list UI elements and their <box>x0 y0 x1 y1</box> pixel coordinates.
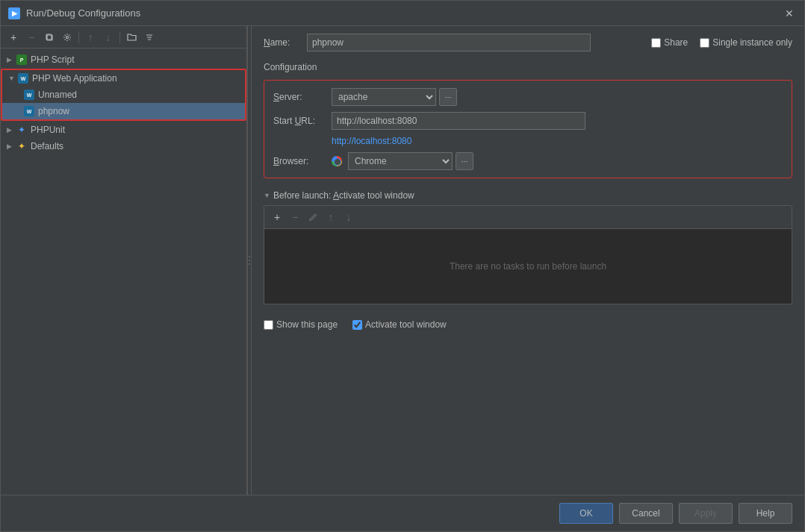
tree-label-defaults: Defaults <box>31 141 63 151</box>
bottom-checkboxes: Show this page Activate tool window <box>264 319 792 330</box>
activate-window-checkbox-label[interactable]: Activate tool window <box>352 319 447 330</box>
before-launch-area: + − ↑ ↓ There are no tasks to run before… <box>264 205 792 304</box>
close-button[interactable]: ✕ <box>782 7 797 20</box>
server-row: Server: apache ··· <box>273 88 783 106</box>
start-url-label: Start URL: <box>273 116 326 126</box>
server-label: Server: <box>273 92 326 102</box>
left-toolbar: + − ↑ ↓ <box>1 26 246 48</box>
add-config-button[interactable]: + <box>5 29 22 46</box>
show-page-checkbox[interactable] <box>264 320 273 330</box>
tree-label-phpnow: phpnow <box>38 106 69 116</box>
title-bar: ▶ Run/Debug Configurations ✕ <box>1 1 804 26</box>
tree-item-unnamed[interactable]: W Unnamed <box>2 87 245 103</box>
toolbar-separator-2 <box>119 31 120 43</box>
before-launch-empty-message: There are no tasks to run before launch <box>450 261 606 272</box>
ok-button[interactable]: OK <box>559 503 613 524</box>
phpunit-icon: ✦ <box>16 124 28 136</box>
tree-item-php-web-app[interactable]: ▼ W PHP Web Application <box>2 70 245 87</box>
before-launch-edit-button[interactable] <box>305 209 321 225</box>
before-launch-down-button[interactable]: ↓ <box>341 209 357 225</box>
defaults-icon: ✦ <box>16 140 28 152</box>
dialog-title: Run/Debug Configurations <box>26 7 140 19</box>
sort-button[interactable] <box>141 29 158 46</box>
config-tree: ▶ P PHP Script ▼ W PHP Web Application <box>1 48 246 495</box>
php-web-icon: W <box>17 72 29 84</box>
share-checkbox[interactable] <box>651 38 661 48</box>
start-url-row: Start URL: <box>273 112 783 130</box>
tree-label-php-script: PHP Script <box>31 54 74 65</box>
footer: OK Cancel Apply Help <box>1 495 804 531</box>
help-button[interactable]: Help <box>739 503 792 524</box>
browser-ellipsis-button[interactable]: ··· <box>456 152 473 170</box>
tree-arrow-php-script: ▶ <box>7 56 16 63</box>
tree-arrow-phpunit: ▶ <box>7 126 16 134</box>
before-launch-content: There are no tasks to run before launch <box>264 229 792 304</box>
name-row-container: Name: Share Single instance only <box>264 34 792 51</box>
tree-label-php-web: PHP Web Application <box>32 73 117 84</box>
server-ellipsis-button[interactable]: ··· <box>439 88 457 106</box>
single-instance-checkbox[interactable] <box>700 38 709 48</box>
php-script-icon: P <box>16 54 28 66</box>
tree-arrow-defaults: ▶ <box>7 143 16 150</box>
name-input[interactable] <box>307 34 591 51</box>
before-launch-remove-button[interactable]: − <box>287 209 303 225</box>
browser-row: Browser: Chrome ··· <box>273 152 783 170</box>
copy-config-button[interactable] <box>41 29 58 46</box>
unnamed-icon: W <box>23 89 35 101</box>
share-checkbox-label[interactable]: Share <box>651 37 688 48</box>
folder-button[interactable] <box>123 29 140 46</box>
activate-window-checkbox[interactable] <box>352 320 362 330</box>
cancel-button[interactable]: Cancel <box>619 503 673 524</box>
single-instance-label: Single instance only <box>712 37 792 48</box>
move-up-button[interactable]: ↑ <box>82 29 99 46</box>
start-url-link[interactable]: http://localhost:8080 <box>332 136 783 146</box>
before-launch-arrow: ▼ <box>264 192 270 199</box>
dialog-icon: ▶ <box>8 7 20 19</box>
remove-config-button[interactable]: − <box>23 29 40 46</box>
server-select-wrapper: apache ··· <box>332 88 457 106</box>
tree-label-phpunit: PHPUnit <box>31 125 65 135</box>
configuration-section: Configuration Server: apache ··· <box>264 62 792 190</box>
browser-select-wrapper: Chrome ··· <box>332 152 473 170</box>
config-box: Server: apache ··· Start URL: http <box>264 80 792 178</box>
drag-dot-3 <box>249 263 250 265</box>
chrome-icon <box>332 156 342 166</box>
phpnow-icon: W <box>23 105 35 117</box>
right-panel: Name: Share Single instance only Configu <box>252 26 804 495</box>
before-launch-label: Before launch: Activate tool window <box>273 190 414 201</box>
svg-point-2 <box>66 36 69 38</box>
tree-item-phpunit[interactable]: ▶ ✦ PHPUnit <box>1 122 246 138</box>
tree-arrow-php-web: ▼ <box>8 75 17 82</box>
before-launch-section: ▼ Before launch: Activate tool window + … <box>264 190 792 304</box>
name-label: Name: <box>264 37 301 48</box>
before-launch-up-button[interactable]: ↑ <box>323 209 339 225</box>
before-launch-header[interactable]: ▼ Before launch: Activate tool window <box>264 190 792 201</box>
tree-label-unnamed: Unnamed <box>38 90 77 100</box>
show-page-label: Show this page <box>276 319 338 330</box>
drag-dot-1 <box>249 256 250 257</box>
apply-button[interactable]: Apply <box>679 503 733 524</box>
browser-label: Browser: <box>273 156 326 166</box>
content-area: + − ↑ ↓ <box>1 26 804 495</box>
left-panel: + − ↑ ↓ <box>1 26 247 495</box>
single-instance-checkbox-label[interactable]: Single instance only <box>700 37 792 48</box>
share-label: Share <box>664 37 688 48</box>
config-section-title: Configuration <box>264 62 792 72</box>
move-down-button[interactable]: ↓ <box>100 29 116 46</box>
header-options: Share Single instance only <box>651 37 792 48</box>
run-debug-dialog: ▶ Run/Debug Configurations ✕ + − ↑ ↓ <box>0 0 805 532</box>
drag-dot-2 <box>249 260 250 261</box>
title-bar-left: ▶ Run/Debug Configurations <box>8 7 140 19</box>
toolbar-separator <box>78 31 79 43</box>
tree-item-phpnow[interactable]: W phpnow <box>2 103 245 119</box>
tree-item-php-script[interactable]: ▶ P PHP Script <box>1 51 246 68</box>
activate-window-label: Activate tool window <box>365 319 447 330</box>
show-page-checkbox-label[interactable]: Show this page <box>264 319 338 330</box>
before-launch-toolbar: + − ↑ ↓ <box>264 206 792 229</box>
settings-button[interactable] <box>59 29 75 46</box>
before-launch-add-button[interactable]: + <box>269 209 285 225</box>
start-url-input[interactable] <box>332 112 585 130</box>
server-select[interactable]: apache <box>332 88 436 106</box>
tree-item-defaults[interactable]: ▶ ✦ Defaults <box>1 138 246 154</box>
browser-select[interactable]: Chrome <box>348 152 453 170</box>
